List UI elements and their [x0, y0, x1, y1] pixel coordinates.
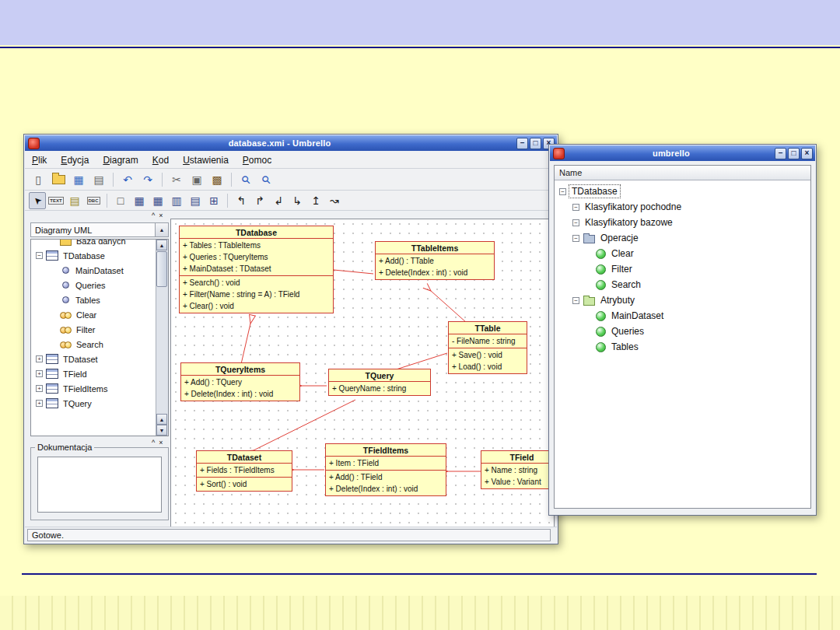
class-member: + Add() : TQuery: [181, 376, 299, 388]
tree-dock-controls[interactable]: ^ ×: [152, 212, 163, 219]
collapse-icon[interactable]: −: [572, 297, 579, 304]
menu-ustawienia[interactable]: Ustawienia: [176, 153, 236, 167]
class-tdataset[interactable]: TDataset+ Fields : TFieldItems+ Sort() :…: [196, 450, 292, 492]
expand-icon[interactable]: +: [36, 355, 43, 362]
column-header-name[interactable]: Name: [555, 166, 810, 180]
object-tool-icon[interactable]: ▦: [149, 192, 166, 209]
text-tool-icon[interactable]: TEXT: [47, 192, 65, 209]
collapse-icon[interactable]: −: [559, 188, 566, 195]
dbc-tool-icon[interactable]: DBC: [85, 192, 102, 209]
tree-item-clear[interactable]: Clear: [555, 246, 810, 261]
print-icon[interactable]: ▤: [89, 170, 108, 189]
undo-icon[interactable]: ↶: [118, 170, 137, 189]
dock-detach-icon[interactable]: ^: [152, 212, 155, 219]
dependency-tool-icon[interactable]: ↝: [326, 192, 343, 209]
collapse-icon[interactable]: −: [36, 252, 43, 259]
tree-item-filter[interactable]: Filter: [33, 322, 156, 337]
class-tool-icon[interactable]: ▦: [131, 192, 148, 209]
documentation-textarea[interactable]: [37, 457, 162, 513]
main-titlebar[interactable]: database.xmi - Umbrello – □ ×: [25, 135, 557, 151]
class-ttableitems[interactable]: TTableItems+ Add() : TTable+ Delete(Inde…: [375, 241, 495, 280]
menu-plik[interactable]: Plik: [25, 153, 54, 167]
expand-icon[interactable]: +: [36, 400, 43, 407]
tree-item-maindataset[interactable]: MainDataset: [33, 263, 156, 278]
tree-item-tfield[interactable]: +TField: [33, 366, 156, 381]
cut-icon[interactable]: ✂: [167, 170, 186, 189]
class-tqueryitems[interactable]: TQueryItems+ Add() : TQuery+ Delete(Inde…: [180, 362, 300, 401]
scroll-up-2-icon[interactable]: ▲: [156, 414, 167, 425]
class-tfield[interactable]: TField+ Name : string+ Value : Variant: [481, 450, 555, 489]
box-tool-icon[interactable]: □: [112, 192, 129, 209]
interface-tool-icon[interactable]: ▥: [168, 192, 185, 209]
save-icon[interactable]: ▦: [69, 170, 88, 189]
collapse-icon[interactable]: −: [572, 219, 579, 226]
tree-item-tfielditems[interactable]: +TFieldItems: [33, 381, 156, 396]
tree-item-tables[interactable]: Tables: [555, 339, 810, 355]
tree-item-tquery[interactable]: +TQuery: [33, 396, 156, 411]
tree-item-search[interactable]: Search: [33, 337, 156, 352]
menu-pomoc[interactable]: Pomoc: [236, 153, 278, 167]
diagram-canvas[interactable]: TDatabase+ Tables : TTableItems+ Queries…: [170, 219, 555, 527]
new-file-icon[interactable]: ▯: [29, 170, 47, 189]
collapse-icon[interactable]: −: [572, 204, 579, 211]
expand-icon[interactable]: +: [36, 370, 43, 377]
scrollbar-thumb[interactable]: [156, 251, 167, 287]
doc-dock-controls[interactable]: ^ ×: [152, 439, 163, 446]
class-tfielditems[interactable]: TFieldItems+ Item : TField+ Add() : TFie…: [325, 443, 446, 496]
menu-kod[interactable]: Kod: [145, 153, 176, 167]
diagram-selector[interactable]: Diagramy UML ▲: [30, 222, 169, 237]
tree-item-tdatabase[interactable]: −TDatabase: [33, 248, 156, 263]
ball-icon: [596, 311, 606, 321]
tree-item-tables[interactable]: Tables: [33, 292, 156, 307]
minimize-button[interactable]: –: [775, 148, 786, 159]
generalization-tool-icon[interactable]: ↥: [307, 192, 324, 209]
copy-icon[interactable]: ▣: [187, 170, 206, 189]
maximize-button[interactable]: □: [530, 138, 541, 149]
zoom-original-icon[interactable]: ⚲: [257, 170, 275, 189]
dock-detach-icon[interactable]: ^: [152, 439, 155, 446]
menu-diagram[interactable]: Diagram: [96, 153, 145, 167]
association-tool-icon[interactable]: ↰: [233, 192, 250, 209]
open-folder-icon[interactable]: [49, 170, 68, 189]
menu-edycja[interactable]: Edycja: [54, 153, 96, 167]
enum-tool-icon[interactable]: ▤: [187, 192, 204, 209]
tree-item-clear[interactable]: Clear: [33, 307, 156, 322]
combo-up-icon[interactable]: ▲: [155, 223, 168, 236]
dock-close-icon[interactable]: ×: [159, 439, 163, 446]
close-button[interactable]: ×: [801, 148, 813, 159]
directed-association-tool-icon[interactable]: ↱: [251, 192, 268, 209]
tree-item-filter[interactable]: Filter: [555, 261, 810, 277]
tree-item-queries[interactable]: Queries: [33, 278, 156, 292]
scroll-down-icon[interactable]: ▼: [156, 425, 167, 436]
tree-item-atrybuty[interactable]: −Atrybuty: [555, 292, 810, 308]
dock-close-icon[interactable]: ×: [159, 212, 163, 219]
zoom-in-icon[interactable]: ⚲: [236, 170, 255, 189]
datatype-tool-icon[interactable]: ⊞: [205, 192, 222, 209]
select-tool-icon[interactable]: ➤: [29, 192, 46, 209]
class-ttable[interactable]: TTable- FileName : string+ Save() : void…: [448, 321, 527, 374]
tree-item-maindataset[interactable]: MainDataset: [555, 308, 810, 324]
scroll-up-icon[interactable]: ▲: [156, 240, 167, 250]
tree-scrollbar[interactable]: ▲ ▲ ▼: [156, 240, 168, 436]
maximize-button[interactable]: □: [788, 148, 800, 159]
tree-item-tdatabase[interactable]: −TDatabase: [555, 184, 810, 199]
tree-item-queries[interactable]: Queries: [555, 324, 810, 339]
note-tool-icon[interactable]: ▤: [66, 192, 83, 209]
composition-tool-icon[interactable]: ↳: [289, 192, 306, 209]
tree-item-tdataset[interactable]: +TDataset: [33, 352, 156, 366]
paste-icon[interactable]: ▩: [208, 170, 226, 189]
tree-item-klasyfikatory-pochodne[interactable]: −Klasyfikatory pochodne: [555, 199, 810, 215]
tree-item-klasyfikatory-bazowe[interactable]: −Klasyfikatory bazowe: [555, 215, 810, 230]
class-tquery[interactable]: TQuery+ QueryName : string: [328, 369, 431, 396]
minimize-button[interactable]: –: [516, 138, 528, 149]
tree-item-operacje[interactable]: −Operacje: [555, 230, 810, 246]
class-icon: [46, 250, 58, 261]
class-tdatabase[interactable]: TDatabase+ Tables : TTableItems+ Queries…: [179, 226, 334, 313]
redo-icon[interactable]: ↷: [138, 170, 157, 189]
tree-item-search[interactable]: Search: [555, 277, 810, 292]
tree-item-baza-danych[interactable]: Baza danych: [33, 239, 156, 248]
aggregation-tool-icon[interactable]: ↲: [270, 192, 287, 209]
expand-icon[interactable]: +: [36, 385, 43, 392]
collapse-icon[interactable]: −: [572, 235, 579, 242]
list-titlebar[interactable]: umbrello – □ ×: [550, 145, 815, 161]
